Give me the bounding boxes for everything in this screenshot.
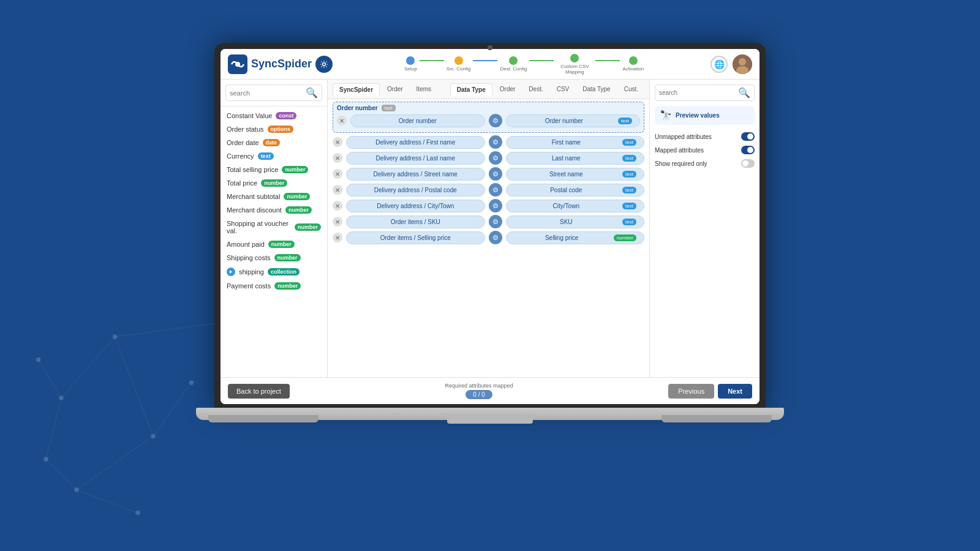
sidebar-item-constant-value[interactable]: Constant Value const xyxy=(221,109,327,122)
unmapped-toggle[interactable] xyxy=(741,132,755,141)
previous-button[interactable]: Previous xyxy=(668,384,714,399)
remove-btn-7[interactable]: ✕ xyxy=(333,217,342,227)
dest-field-8: Selling price number xyxy=(506,231,645,244)
gear-btn-4[interactable]: ⚙ xyxy=(489,167,502,181)
globe-button[interactable]: 🌐 xyxy=(710,56,728,73)
sidebar-tag-number: number xyxy=(261,179,287,187)
sidebar-item-total-selling-price[interactable]: Total selling price number xyxy=(221,163,327,176)
next-button[interactable]: Next xyxy=(718,384,752,399)
dest-field-1: Order number text xyxy=(506,114,641,127)
mapping-rows: Order number text ✕ Order number ⚙ xyxy=(328,99,649,377)
tab-csv[interactable]: CSV xyxy=(551,83,576,95)
left-search-input[interactable] xyxy=(230,89,303,97)
tab-syncspider[interactable]: SyncSpider xyxy=(333,83,380,96)
sidebar-item-shipping[interactable]: shipping collection xyxy=(221,264,327,279)
left-search-box: 🔍 xyxy=(221,80,327,107)
svg-line-17 xyxy=(77,490,138,513)
mapping-row-7: ✕ Order items / SKU ⚙ SKU text xyxy=(333,215,644,228)
gear-btn-5[interactable]: ⚙ xyxy=(489,183,502,197)
svg-point-2 xyxy=(151,434,156,439)
tab-cust[interactable]: Cust. xyxy=(618,83,644,95)
svg-point-19 xyxy=(235,62,240,67)
remove-btn-6[interactable]: ✕ xyxy=(333,201,342,211)
sidebar-item-label: Merchant discount xyxy=(227,206,282,214)
app: SyncSpider Setup xyxy=(221,49,760,404)
back-to-project-button[interactable]: Back to project xyxy=(228,384,290,399)
sidebar-item-amount-paid[interactable]: Amount paid number xyxy=(221,238,327,251)
sidebar-item-label: Order status xyxy=(227,126,264,133)
required-toggle[interactable] xyxy=(741,159,755,168)
dest-tag-6: text xyxy=(622,203,636,209)
svg-point-8 xyxy=(135,511,140,515)
sidebar-item-total-price[interactable]: Total price number xyxy=(221,176,327,190)
sidebar-tag-const: const xyxy=(276,112,296,119)
sidebar-item-shipping-costs[interactable]: Shipping costs number xyxy=(221,251,327,264)
remove-btn-5[interactable]: ✕ xyxy=(333,185,342,195)
dest-tag-5: text xyxy=(622,187,636,193)
sidebar-tag-number: number xyxy=(282,166,308,173)
required-only-label: Show required only xyxy=(655,160,707,167)
remove-btn-4[interactable]: ✕ xyxy=(333,169,342,179)
sidebar-item-merchant-subtotal[interactable]: Merchant subtotal number xyxy=(221,190,327,203)
mapping-row-5: ✕ Delivery address / Postal code ⚙ Posta… xyxy=(333,183,644,197)
gear-btn-3[interactable]: ⚙ xyxy=(489,151,502,165)
sidebar-tag-date: date xyxy=(263,139,281,146)
dest-tag-7: text xyxy=(622,219,636,225)
tab-data-type-2[interactable]: Data Type xyxy=(576,83,616,95)
dest-name-3: Last name xyxy=(514,155,619,162)
remove-btn-3[interactable]: ✕ xyxy=(333,153,342,163)
svg-line-15 xyxy=(153,383,192,437)
sidebar-item-payment-costs[interactable]: Payment costs number xyxy=(221,279,327,293)
sidebar-item-order-date[interactable]: Order date date xyxy=(221,136,327,149)
sidebar-tag-number: number xyxy=(285,206,312,214)
preview-button[interactable]: 🔭 Preview values xyxy=(655,106,755,125)
svg-point-3 xyxy=(74,487,79,492)
gear-btn-6[interactable]: ⚙ xyxy=(489,199,502,212)
step-setup: Setup xyxy=(404,56,417,72)
sidebar-item-currency[interactable]: Currency text xyxy=(221,149,327,163)
right-search-input[interactable] xyxy=(659,89,736,96)
step-dot-dest xyxy=(509,56,518,65)
mapped-toggle[interactable] xyxy=(741,146,755,154)
logo-icon xyxy=(228,54,247,74)
dest-tag-3: text xyxy=(622,155,636,162)
sidebar-tag-number: number xyxy=(295,223,321,231)
dest-name-6: City/Town xyxy=(514,203,619,209)
tab-dest[interactable]: Dest. xyxy=(522,83,549,95)
laptop-foot-left xyxy=(208,415,318,422)
sidebar-item-label: Payment costs xyxy=(227,282,271,290)
sidebar-item-shopping-voucher[interactable]: Shopping at voucher val. number xyxy=(221,217,327,238)
sidebar-item-label: Currency xyxy=(227,152,254,160)
sidebar-item-merchant-discount[interactable]: Merchant discount number xyxy=(221,203,327,217)
gear-btn-1[interactable]: ⚙ xyxy=(489,114,502,127)
sidebar-tag-collection: collection xyxy=(268,268,300,276)
step-dot-src xyxy=(454,56,463,65)
settings-button[interactable] xyxy=(315,56,333,73)
dest-field-2: First name text xyxy=(506,136,645,149)
sidebar-item-order-status[interactable]: Order status options xyxy=(221,122,327,136)
sidebar-tag-number: number xyxy=(284,193,310,200)
right-panel: 🔍 🔭 Preview values Unmapped attributes xyxy=(649,80,760,377)
user-avatar[interactable] xyxy=(733,54,752,74)
order-number-label: Order number xyxy=(337,105,378,111)
mapping-row-3: ✕ Delivery address / Last name ⚙ Last na… xyxy=(333,151,644,165)
gear-btn-7[interactable]: ⚙ xyxy=(489,215,502,228)
tab-items[interactable]: Items xyxy=(410,83,437,95)
remove-btn-8[interactable]: ✕ xyxy=(333,233,342,242)
remove-btn-2[interactable]: ✕ xyxy=(333,137,342,147)
left-search-wrap: 🔍 xyxy=(225,84,322,101)
svg-point-0 xyxy=(59,395,64,400)
sidebar-item-label: Shopping at voucher val. xyxy=(227,220,291,234)
tab-data-type[interactable]: Data Type xyxy=(450,83,492,96)
svg-line-9 xyxy=(61,337,115,398)
remove-btn-1[interactable]: ✕ xyxy=(337,116,347,126)
tab-order-right[interactable]: Order xyxy=(494,83,522,95)
gear-btn-2[interactable]: ⚙ xyxy=(489,135,502,149)
header-right: 🌐 xyxy=(710,54,752,74)
nav-buttons: Previous Next xyxy=(668,384,752,399)
step-mapping: Custom CSV Mapping xyxy=(556,54,593,75)
gear-btn-8[interactable]: ⚙ xyxy=(489,231,502,244)
attr-row-mapped: Mapped attributes xyxy=(655,146,755,154)
tab-order[interactable]: Order xyxy=(381,83,409,95)
svg-line-16 xyxy=(39,360,62,399)
